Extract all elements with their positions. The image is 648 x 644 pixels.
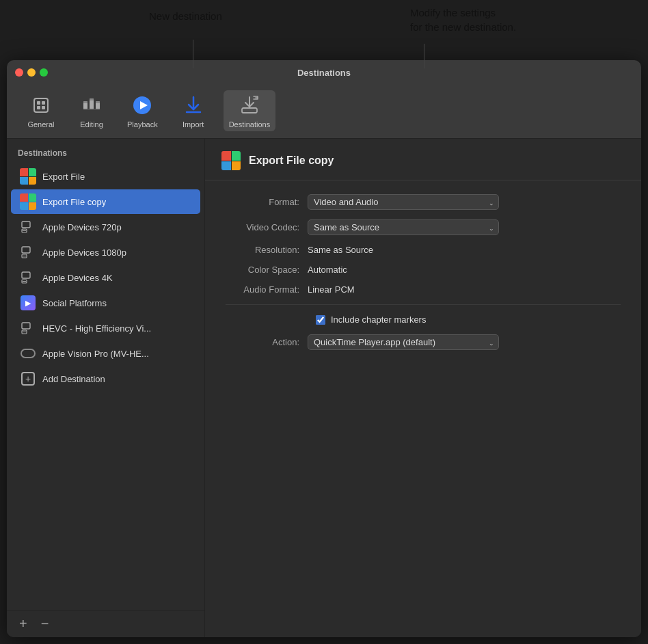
- add-destination-icon: +: [21, 371, 36, 386]
- apple-1080p-icon: [21, 245, 36, 260]
- social-platforms-icon: ▶: [21, 295, 36, 310]
- action-label: Action:: [226, 337, 308, 347]
- action-select[interactable]: QuickTime Player.app (default) None: [308, 334, 499, 350]
- svg-rect-6: [83, 101, 87, 103]
- detail-body: Format: Video and Audio Video Only Audio…: [205, 180, 641, 637]
- new-destination-annotation: New destination: [149, 10, 222, 23]
- minimize-button[interactable]: [27, 68, 36, 77]
- sidebar-footer: + −: [7, 610, 204, 637]
- close-button[interactable]: [15, 68, 23, 77]
- title-bar: Destinations: [7, 60, 641, 85]
- format-label: Format:: [226, 197, 308, 207]
- export-file-copy-icon: [21, 194, 36, 209]
- apple-vision-icon: [21, 346, 36, 361]
- sidebar-item-export-file[interactable]: Export File: [11, 164, 200, 189]
- import-label: Import: [183, 120, 204, 129]
- sidebar-list: Export File Export File copy: [7, 163, 204, 610]
- apple-4k-label: Apple Devices 4K: [42, 273, 113, 283]
- svg-rect-15: [22, 222, 30, 228]
- destinations-label: Destinations: [229, 120, 271, 129]
- color-space-value: Automatic: [308, 265, 347, 275]
- chapter-markers-label: Include chapter markers: [331, 314, 426, 325]
- toolbar: General Editing: [7, 85, 641, 139]
- apple-vision-label: Apple Vision Pro (MV-HE...: [42, 349, 149, 359]
- svg-rect-21: [22, 272, 30, 278]
- format-select-wrapper: Video and Audio Video Only Audio Only: [308, 194, 499, 210]
- svg-rect-3: [37, 106, 40, 109]
- video-codec-select[interactable]: Same as Source H.264 HEVC: [308, 219, 499, 235]
- export-file-label: Export File: [42, 172, 85, 182]
- toolbar-item-destinations[interactable]: Destinations: [224, 90, 276, 131]
- toolbar-item-import[interactable]: Import: [173, 90, 214, 131]
- modify-settings-annotation: Modify the settingsfor the new destinati…: [410, 5, 516, 34]
- svg-rect-8: [90, 98, 94, 100]
- fullscreen-button[interactable]: [40, 68, 48, 77]
- svg-rect-14: [242, 108, 257, 113]
- audio-format-label: Audio Format:: [226, 284, 308, 295]
- audio-format-value: Linear PCM: [308, 284, 355, 295]
- detail-header: Export File copy: [205, 139, 641, 180]
- export-file-icon: [21, 169, 36, 184]
- format-select[interactable]: Video and Audio Video Only Audio Only: [308, 194, 499, 210]
- playback-label: Playback: [127, 120, 158, 129]
- sidebar-item-apple-720p[interactable]: Apple Devices 720p: [11, 215, 200, 239]
- resolution-row: Resolution: Same as Source: [226, 245, 621, 255]
- add-button[interactable]: +: [15, 615, 31, 633]
- general-label: General: [27, 120, 54, 129]
- traffic-lights: [15, 68, 48, 77]
- apple-1080p-label: Apple Devices 1080p: [42, 247, 126, 258]
- svg-rect-4: [42, 106, 45, 109]
- svg-rect-24: [22, 323, 30, 329]
- hevc-icon: [21, 321, 36, 336]
- detail-panel: Export File copy Format: Video and Audio…: [205, 139, 641, 637]
- import-icon: [181, 93, 206, 118]
- toolbar-item-playback[interactable]: Playback: [122, 90, 163, 131]
- editing-label: Editing: [80, 120, 103, 129]
- divider: [226, 304, 621, 305]
- action-row: Action: QuickTime Player.app (default) N…: [226, 334, 621, 350]
- sidebar-item-add-destination[interactable]: + Add Destination: [11, 366, 200, 391]
- window-title: Destinations: [297, 68, 351, 78]
- color-space-row: Color Space: Automatic: [226, 265, 621, 275]
- svg-rect-9: [96, 103, 100, 109]
- svg-rect-2: [42, 101, 45, 105]
- chapter-markers-checkbox[interactable]: [316, 315, 325, 325]
- audio-format-row: Audio Format: Linear PCM: [226, 284, 621, 295]
- destinations-icon: [237, 93, 262, 118]
- detail-title: Export File copy: [249, 155, 334, 167]
- svg-rect-1: [37, 101, 40, 105]
- apple-720p-icon: [21, 219, 36, 234]
- video-codec-row: Video Codec: Same as Source H.264 HEVC: [226, 219, 621, 235]
- detail-export-icon: [221, 151, 241, 170]
- main-content: Destinations Export File: [7, 139, 641, 637]
- toolbar-item-general[interactable]: General: [21, 90, 62, 131]
- svg-rect-5: [83, 103, 87, 109]
- video-codec-select-wrapper: Same as Source H.264 HEVC: [308, 219, 499, 235]
- resolution-label: Resolution:: [226, 245, 308, 255]
- editing-icon: [79, 93, 104, 118]
- export-file-copy-label: Export File copy: [42, 197, 106, 207]
- toolbar-item-editing[interactable]: Editing: [71, 90, 112, 131]
- action-select-wrapper: QuickTime Player.app (default) None: [308, 334, 499, 350]
- sidebar-item-apple-vision[interactable]: Apple Vision Pro (MV-HE...: [11, 341, 200, 366]
- social-platforms-label: Social Platforms: [42, 298, 107, 308]
- sidebar-item-social-platforms[interactable]: ▶ Social Platforms: [11, 291, 200, 315]
- svg-rect-0: [34, 98, 48, 112]
- resolution-value: Same as Source: [308, 245, 373, 255]
- sidebar-header: Destinations: [7, 139, 204, 163]
- video-codec-label: Video Codec:: [226, 222, 308, 232]
- remove-button[interactable]: −: [37, 615, 53, 633]
- apple-720p-label: Apple Devices 720p: [42, 222, 122, 232]
- sidebar-item-apple-1080p[interactable]: Apple Devices 1080p: [11, 240, 200, 265]
- apple-4k-icon: [21, 270, 36, 285]
- color-space-label: Color Space:: [226, 265, 308, 275]
- sidebar-item-export-file-copy[interactable]: Export File copy: [11, 189, 200, 214]
- format-row: Format: Video and Audio Video Only Audio…: [226, 194, 621, 210]
- window: Destinations General: [7, 60, 641, 637]
- sidebar-item-hevc[interactable]: HEVC - High Efficiency Vi...: [11, 316, 200, 340]
- sidebar-item-apple-4k[interactable]: Apple Devices 4K: [11, 265, 200, 290]
- add-destination-label: Add Destination: [42, 374, 105, 384]
- chapter-markers-row: Include chapter markers: [226, 314, 621, 325]
- hevc-label: HEVC - High Efficiency Vi...: [42, 323, 151, 334]
- svg-rect-18: [22, 247, 30, 253]
